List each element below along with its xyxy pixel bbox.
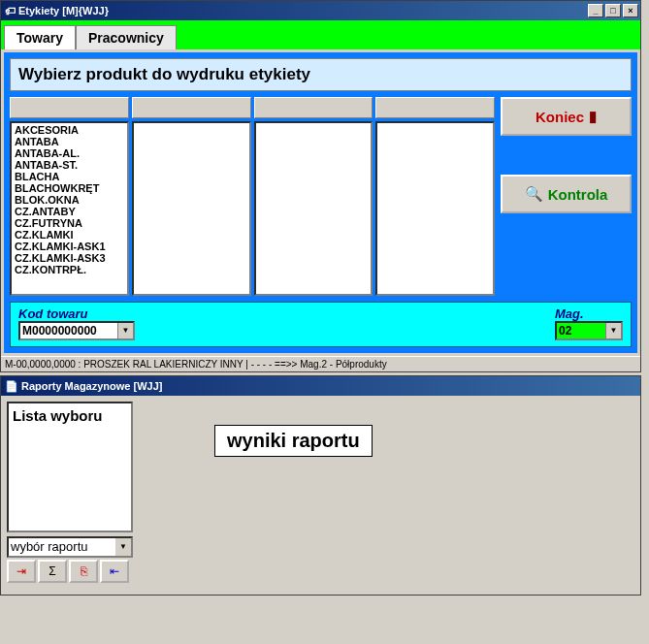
mag-input[interactable]	[557, 323, 605, 338]
list-item[interactable]: CZ.KLAMKI-ASK3	[13, 252, 126, 264]
lista-wyboru-panel: Lista wyboru	[7, 402, 133, 532]
listbox-4[interactable]	[375, 121, 495, 296]
app-icon: 📄	[5, 380, 18, 393]
titlebar-etykiety: 🏷 Etykiety [M]{WJJ} _ □ ×	[1, 1, 640, 20]
sigma-icon[interactable]: Σ	[38, 560, 67, 583]
chevron-down-icon[interactable]: ▼	[605, 323, 621, 338]
col-header-2	[132, 97, 251, 118]
col-header-1	[10, 97, 129, 118]
titlebar-raporty: 📄 Raporty Magazynowe [WJJ]	[1, 376, 640, 396]
list-item[interactable]: CZ.KLAMKI	[13, 229, 126, 241]
list-item[interactable]: CZ.KLAMKI-ASK1	[13, 241, 126, 252]
list-item[interactable]: CZ.ANTABY	[13, 206, 126, 217]
report-toolbar: ⇥ Σ ⎘ ⇤	[7, 560, 133, 583]
kod-towaru-input[interactable]	[20, 323, 117, 338]
add-col-icon[interactable]: ⇤	[100, 560, 129, 583]
window-title-2: Raporty Magazynowe [WJJ]	[21, 380, 638, 392]
add-row-icon[interactable]: ⇥	[7, 560, 36, 583]
col-header-4	[375, 97, 495, 118]
maximize-button[interactable]: □	[605, 4, 621, 17]
kontrola-label: Kontrola	[548, 186, 608, 203]
wybor-raportu-combo[interactable]: wybór raportu ▼	[7, 536, 133, 558]
list-item[interactable]: AKCESORIA	[13, 124, 126, 136]
listbox-2[interactable]	[132, 121, 251, 296]
list-item[interactable]: ANTABA-ST.	[13, 159, 126, 171]
category-listbox[interactable]: AKCESORIAANTABAANTABA-AL.ANTABA-ST.BLACH…	[10, 121, 129, 296]
list-item[interactable]: CZ.KONTRPŁ.	[13, 264, 126, 275]
export-icon[interactable]: ⎘	[69, 560, 98, 583]
list-item[interactable]: BLACHOWKRĘT	[13, 182, 126, 194]
list-item[interactable]: BLOK.OKNA	[13, 194, 126, 206]
panel-header: Lista wyboru	[11, 405, 129, 426]
instruction-text: Wybierz produkt do wydruku etykiety	[10, 58, 632, 91]
kod-towaru-combo[interactable]: ▼	[18, 321, 135, 340]
kod-towaru-label: Kod towaru	[18, 306, 135, 321]
inspect-icon: 🔍	[525, 185, 543, 203]
status-bar: M-00,0000,0000 : PROSZEK RAL LAKIERNICZY…	[1, 356, 640, 371]
list-item[interactable]: ANTABA	[13, 136, 126, 147]
tab-bar: Towary Pracownicy	[1, 20, 640, 49]
list-item[interactable]: ANTABA-AL.	[13, 147, 126, 159]
wyniki-raportu-label: wyniki raportu	[214, 425, 373, 457]
kontrola-button[interactable]: 🔍 Kontrola	[501, 175, 632, 213]
close-button[interactable]: ×	[623, 4, 638, 17]
list-item[interactable]: CZ.FUTRYNA	[13, 217, 126, 229]
tab-towary[interactable]: Towary	[4, 25, 76, 49]
mag-label: Mag.	[555, 306, 623, 321]
minimize-button[interactable]: _	[588, 4, 603, 17]
mag-combo[interactable]: ▼	[555, 321, 623, 340]
window-title: Etykiety [M]{WJJ}	[18, 5, 588, 16]
koniec-button[interactable]: Koniec ▮	[501, 97, 632, 136]
wybor-raportu-text: wybór raportu	[9, 538, 115, 556]
chevron-down-icon[interactable]: ▼	[115, 538, 131, 556]
exit-icon: ▮	[589, 108, 597, 125]
listbox-3[interactable]	[254, 121, 373, 296]
koniec-label: Koniec	[535, 109, 584, 125]
tab-pracownicy[interactable]: Pracownicy	[76, 25, 177, 49]
chevron-down-icon[interactable]: ▼	[117, 323, 133, 338]
app-icon: 🏷	[5, 5, 16, 16]
list-item[interactable]: BLACHA	[13, 171, 126, 182]
col-header-3	[254, 97, 373, 118]
